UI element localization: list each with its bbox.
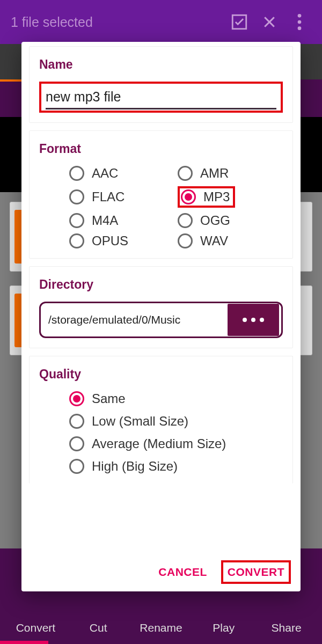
radio-icon [69, 459, 84, 474]
directory-title: Directory [39, 277, 283, 292]
format-label: AMR [200, 166, 229, 181]
name-section: Name [29, 46, 293, 123]
format-section: Format AACAMRFLACMP3M4AOGGOPUSWAV [29, 130, 293, 259]
name-highlight [39, 82, 283, 113]
name-title: Name [39, 57, 283, 72]
format-option-m4a[interactable]: M4A [69, 213, 174, 228]
format-label: AAC [92, 166, 118, 181]
radio-icon [69, 166, 84, 181]
format-option-aac[interactable]: AAC [69, 166, 174, 181]
directory-browse-button[interactable] [228, 304, 279, 336]
quality-option[interactable]: Low (Small Size) [69, 414, 283, 429]
format-label: M4A [92, 213, 118, 228]
radio-icon [178, 213, 193, 228]
radio-icon [69, 213, 84, 228]
dialog-actions: CANCEL CONVERT [21, 556, 301, 591]
quality-label: High (Big Size) [92, 459, 178, 474]
cancel-button[interactable]: CANCEL [151, 560, 215, 584]
format-label: OPUS [92, 233, 128, 248]
format-option-opus[interactable]: OPUS [69, 233, 174, 248]
format-option-flac[interactable]: FLAC [69, 186, 174, 208]
format-label: FLAC [92, 189, 125, 204]
quality-option[interactable]: High (Big Size) [69, 459, 283, 474]
convert-button[interactable]: CONVERT [221, 560, 291, 584]
quality-label: Average (Medium Size) [92, 436, 226, 451]
radio-icon [178, 233, 193, 248]
radio-icon [178, 166, 193, 181]
radio-icon [69, 233, 84, 248]
format-label: OGG [200, 213, 230, 228]
quality-label: Low (Small Size) [92, 414, 188, 429]
format-title: Format [39, 142, 283, 156]
radio-icon [69, 414, 84, 429]
directory-section: Directory /storage/emulated/0/Music [29, 266, 293, 348]
quality-title: Quality [39, 367, 283, 382]
quality-option[interactable]: Average (Medium Size) [69, 436, 283, 451]
format-highlight: MP3 [178, 186, 235, 208]
format-option-ogg[interactable]: OGG [178, 213, 283, 228]
quality-section: Quality SameLow (Small Size)Average (Med… [29, 356, 293, 484]
format-option-amr[interactable]: AMR [178, 166, 283, 181]
directory-path: /storage/emulated/0/Music [41, 313, 228, 326]
convert-dialog: Name Format AACAMRFLACMP3M4AOGGOPUSWAV D… [21, 42, 301, 591]
radio-icon [69, 436, 84, 451]
name-input[interactable] [46, 87, 276, 109]
radio-icon [181, 189, 196, 204]
format-label: MP3 [203, 189, 230, 204]
quality-option[interactable]: Same [69, 391, 283, 406]
ellipsis-icon [243, 318, 264, 322]
quality-label: Same [92, 391, 126, 406]
format-option-wav[interactable]: WAV [178, 233, 283, 248]
radio-icon [69, 391, 84, 406]
format-option-mp3[interactable]: MP3 [178, 186, 283, 208]
format-label: WAV [200, 233, 228, 248]
directory-field[interactable]: /storage/emulated/0/Music [39, 302, 283, 338]
radio-icon [69, 189, 84, 204]
